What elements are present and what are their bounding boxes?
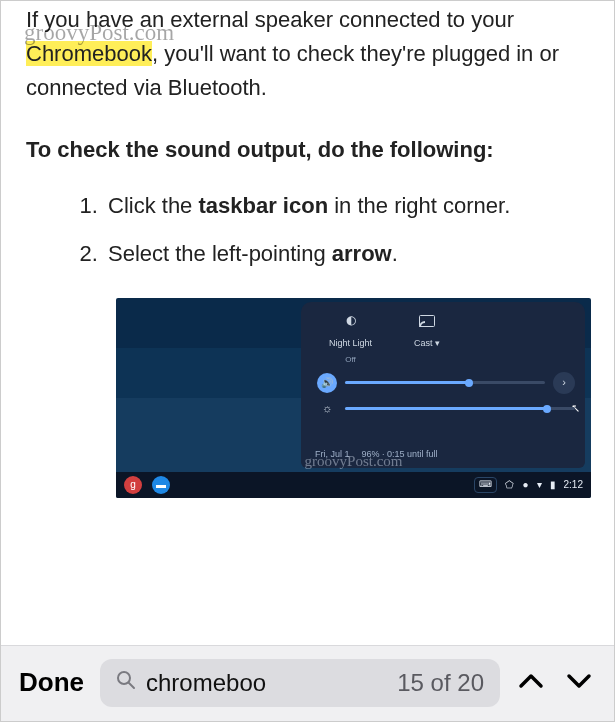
status-dot-icon: ● [522,477,528,493]
find-nav [516,666,594,700]
battery-icon: ▮ [550,477,556,493]
prev-match-button[interactable] [516,666,546,700]
svg-line-2 [129,683,134,688]
para1-pre: If you have an external speaker connecte… [26,7,514,32]
brightness-track [345,407,575,410]
screenshot-watermark: groovyPost.com [305,450,403,473]
paragraph-external-speaker: If you have an external speaker connecte… [26,3,594,105]
next-match-button[interactable] [564,666,594,700]
night-light-icon: ◐ [338,308,364,334]
find-in-page-bar: Done chromeboo 15 of 20 [1,645,614,721]
volume-thumb [465,379,473,387]
svg-point-1 [118,672,130,684]
cast-label: Cast ▾ [414,337,440,351]
volume-track [345,381,545,384]
files-app-icon: ▬ [152,476,170,494]
cast-icon [414,308,440,334]
notif-icon: ⬠ [505,477,514,493]
steps-list: Click the taskbar icon in the right corn… [26,189,594,271]
shelf-time: 2:12 [564,477,583,493]
shelf-right-status: ⌨ ⬠ ● ▾ ▮ 2:12 [474,477,583,493]
section-heading: To check the sound output, do the follow… [26,133,594,167]
brightness-thumb [543,405,551,413]
keyboard-icon: ⌨ [474,477,497,493]
search-icon [116,670,136,696]
svg-rect-0 [420,315,435,326]
volume-slider-row: 🔊 › [301,370,585,396]
night-light-label: Night Light [329,337,372,351]
step-2: Select the left-pointing arrow. [104,237,594,271]
shelf-left: g ▬ [124,476,170,494]
brightness-icon: ☼ [317,399,337,419]
night-light-state: Off [345,354,356,366]
panel-top-row: ◐ Night Light Off Cast ▾ [301,302,585,370]
wifi-icon: ▾ [537,477,542,493]
search-input[interactable]: chromeboo [146,669,387,697]
night-light-toggle: ◐ Night Light Off [329,308,372,366]
done-button[interactable]: Done [19,667,84,698]
brightness-fill [345,407,547,410]
app-icon-g: g [124,476,142,494]
quick-settings-panel: ◐ Night Light Off Cast ▾ 🔊 [301,302,585,468]
speaker-icon: 🔊 [317,373,337,393]
search-field[interactable]: chromeboo 15 of 20 [100,659,500,707]
volume-fill [345,381,469,384]
audio-output-arrow: › [553,372,575,394]
search-highlight: Chromebook [26,41,152,66]
chrome-shelf: g ▬ ⌨ ⬠ ● ▾ ▮ 2:12 [116,472,591,498]
cast-toggle: Cast ▾ [414,308,440,366]
chromebook-screenshot: ◐ Night Light Off Cast ▾ 🔊 [116,298,591,498]
brightness-slider-row: ☼ [301,396,585,422]
step-1: Click the taskbar icon in the right corn… [104,189,594,223]
match-count: 15 of 20 [397,669,484,697]
article-body: groovyPost.com If you have an external s… [1,1,614,498]
